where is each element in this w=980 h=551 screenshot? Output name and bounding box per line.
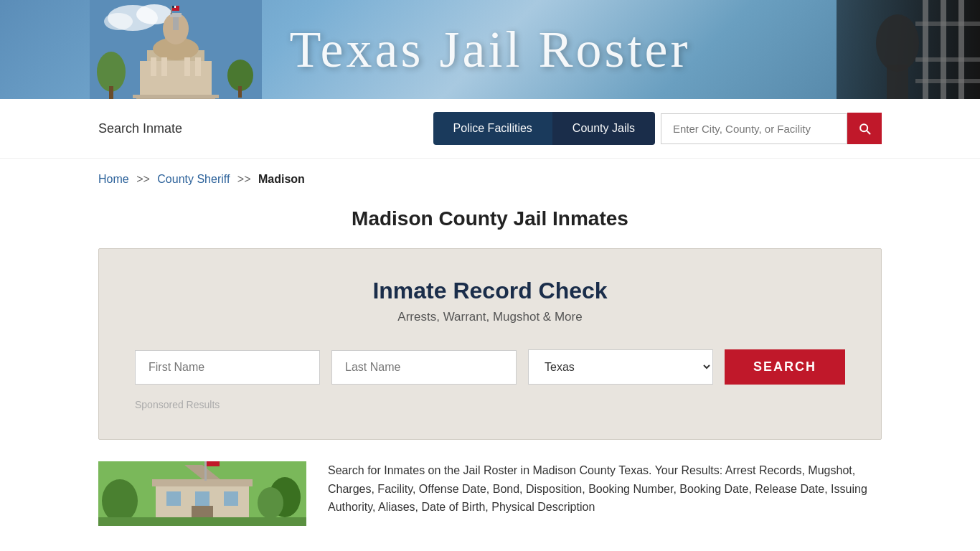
state-select[interactable]: Alabama Alaska Arizona Arkansas Californ… [528,349,713,385]
capitol-illustration [90,0,262,99]
card-title: Inmate Record Check [135,278,845,304]
first-name-input[interactable] [135,350,320,385]
svg-rect-24 [238,86,242,98]
svg-rect-15 [151,57,156,76]
svg-rect-45 [204,461,207,481]
svg-rect-31 [915,79,980,83]
svg-rect-17 [184,57,190,76]
svg-rect-14 [172,6,174,8]
last-name-input[interactable] [331,350,517,385]
breadcrumb: Home >> County Sheriff >> Madison [0,159,980,200]
svg-rect-30 [915,57,980,62]
svg-rect-29 [915,22,980,26]
county-jails-button[interactable]: County Jails [552,112,655,145]
svg-rect-39 [152,479,253,486]
svg-rect-33 [887,65,908,99]
nav-buttons: Police Facilities County Jails [433,112,655,145]
svg-point-35 [102,479,138,522]
svg-rect-42 [195,491,209,506]
card-subtitle: Arrests, Warrant, Mugshot & More [135,310,845,324]
svg-rect-16 [161,57,167,76]
svg-rect-27 [941,0,946,99]
inmate-search-button[interactable]: SEARCH [725,349,845,385]
svg-point-37 [258,487,283,519]
svg-rect-9 [173,16,179,30]
svg-rect-22 [109,86,113,99]
search-inmate-label: Search Inmate [98,121,433,136]
keys-illustration [837,0,980,99]
facility-search-button[interactable] [847,113,882,144]
header-banner: Texas Jail Roster [0,0,980,99]
police-facilities-button[interactable]: Police Facilities [433,112,552,145]
svg-rect-28 [958,0,964,99]
jail-building-illustration [98,461,306,526]
breadcrumb-separator-2: >> [237,173,251,185]
navbar: Search Inmate Police Facilities County J… [0,99,980,159]
search-card: Inmate Record Check Arrests, Warrant, Mu… [98,248,882,440]
svg-rect-26 [923,0,928,99]
breadcrumb-home[interactable]: Home [98,173,129,185]
breadcrumb-separator-1: >> [136,173,150,185]
bottom-description: Search for Inmates on the Jail Roster in… [328,461,882,517]
svg-point-3 [104,13,133,30]
svg-rect-47 [98,517,306,526]
svg-rect-43 [224,491,238,506]
svg-rect-11 [171,6,172,14]
svg-rect-46 [207,461,220,466]
facility-search-input[interactable] [661,113,847,144]
breadcrumb-current: Madison [258,173,305,185]
breadcrumb-county-sheriff[interactable]: County Sheriff [157,173,230,185]
jail-image [98,461,306,526]
svg-point-32 [876,14,919,72]
svg-rect-20 [133,95,219,98]
site-title: Texas Jail Roster [290,20,691,80]
svg-rect-41 [166,491,181,506]
bottom-section: Search for Inmates on the Jail Roster in… [0,461,980,526]
facility-search-container [661,113,882,144]
sponsored-label: Sponsored Results [135,399,845,410]
svg-rect-18 [195,57,201,76]
page-title: Madison County Jail Inmates [0,207,980,230]
search-form-row: Alabama Alaska Arizona Arkansas Californ… [135,349,845,385]
search-icon [857,121,872,136]
svg-point-21 [97,52,126,92]
